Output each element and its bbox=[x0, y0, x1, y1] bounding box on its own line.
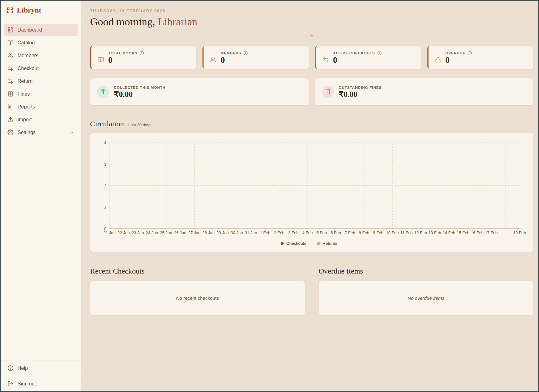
info-icon[interactable] bbox=[468, 51, 472, 55]
current-date: THURSDAY, 19 FEBRUARY 2026 bbox=[90, 9, 533, 13]
chart-plot-area bbox=[109, 143, 520, 229]
info-icon[interactable] bbox=[140, 51, 144, 55]
x-axis-tick: 3 Feb bbox=[288, 230, 298, 235]
sidebar-item-dashboard[interactable]: Dashboard bbox=[4, 24, 78, 36]
x-axis-tick: 16 Feb bbox=[471, 230, 483, 235]
sidebar-item-members[interactable]: Members bbox=[4, 49, 78, 62]
users-icon bbox=[210, 57, 216, 63]
arrows-left-right-icon bbox=[8, 78, 13, 84]
x-axis-tick: 17 Feb bbox=[485, 230, 497, 235]
stat-card-total-books: TOTAL BOOKS 0 bbox=[90, 46, 196, 69]
chart-x-axis: 21 Jan22 Jan23 Jan24 Jan25 Jan26 Jan27 J… bbox=[109, 230, 520, 239]
money-value: ₹0.00 bbox=[114, 90, 165, 98]
money-value: ₹0.00 bbox=[339, 90, 382, 98]
warning-triangle-icon bbox=[435, 57, 441, 63]
sidebar-item-label: Catalog bbox=[18, 40, 35, 46]
app-title: Librynt bbox=[17, 6, 41, 14]
sidebar: Librynt Dashboard Catalog Members Checko… bbox=[1, 1, 81, 391]
user-name: Librarian bbox=[158, 16, 197, 28]
sidebar-item-settings[interactable]: Settings bbox=[4, 126, 78, 138]
x-axis-tick: 26 Jan bbox=[174, 230, 186, 235]
returns-dot-icon bbox=[317, 242, 320, 245]
money-label: OUTSTANDING FINES bbox=[339, 86, 382, 89]
receipt-icon bbox=[322, 86, 334, 98]
x-axis-tick: 23 Jan bbox=[132, 230, 144, 235]
dashboard-icon bbox=[8, 27, 13, 33]
x-axis-tick: 31 Jan bbox=[245, 230, 257, 235]
x-axis-tick: 22 Jan bbox=[118, 230, 130, 235]
librynt-logo-icon bbox=[6, 7, 14, 14]
sidebar-item-return[interactable]: Return bbox=[4, 75, 78, 87]
x-axis-tick: 2 Feb bbox=[274, 230, 284, 235]
y-axis-tick: 2 bbox=[104, 183, 106, 188]
x-axis-tick: 4 Feb bbox=[302, 230, 313, 235]
x-axis-tick: 10 Feb bbox=[386, 230, 399, 235]
stat-label: ACTIVE CHECKOUTS bbox=[333, 51, 375, 55]
x-axis-tick: 27 Jan bbox=[188, 230, 201, 235]
arrows-left-right-icon bbox=[323, 57, 329, 63]
x-axis-tick: 19 Feb bbox=[513, 230, 526, 235]
sidebar-item-catalog[interactable]: Catalog bbox=[4, 37, 78, 49]
sign-out-button[interactable]: Sign out bbox=[1, 376, 81, 391]
x-axis-tick: 25 Jan bbox=[160, 230, 172, 235]
chart-legend: Checkouts Returns bbox=[98, 239, 520, 248]
help-label: Help bbox=[18, 365, 28, 371]
circulation-subtitle: Last 30 days bbox=[128, 123, 151, 127]
sidebar-item-checkout[interactable]: Checkout bbox=[4, 62, 78, 74]
info-icon[interactable] bbox=[243, 51, 248, 55]
sidebar-item-label: Reports bbox=[18, 104, 35, 110]
bottom-sections: Recent Checkouts No recent checkouts Ove… bbox=[90, 253, 533, 315]
sidebar-item-label: Checkout bbox=[18, 66, 39, 71]
x-axis-tick: 8 Feb bbox=[359, 230, 369, 235]
sidebar-item-label: Members bbox=[18, 53, 38, 58]
x-axis-tick: 29 Jan bbox=[216, 230, 229, 235]
stats-row: TOTAL BOOKS 0 MEMBERS 0 bbox=[90, 46, 533, 69]
collected-this-month-card: ₹ COLLECTED THIS MONTH ₹0.00 bbox=[90, 78, 309, 105]
checkouts-dot-icon bbox=[281, 242, 284, 245]
x-axis-tick: 24 Jan bbox=[146, 230, 158, 235]
bar-chart-icon bbox=[8, 104, 13, 110]
x-axis-tick: 14 Feb bbox=[443, 230, 455, 235]
x-axis-tick: 30 Jan bbox=[231, 230, 243, 235]
sidebar-item-fines[interactable]: Fines bbox=[4, 88, 78, 100]
sidebar-item-label: Import bbox=[18, 117, 32, 123]
circulation-title: Circulation bbox=[90, 120, 124, 128]
book-open-icon bbox=[8, 40, 13, 46]
x-axis-tick: 15 Feb bbox=[457, 230, 469, 235]
sign-out-label: Sign out bbox=[18, 381, 36, 387]
circulation-chart: 43210 21 Jan22 Jan23 Jan24 Jan25 Jan26 J… bbox=[90, 133, 533, 252]
diamond-ornament bbox=[310, 34, 313, 37]
help-button[interactable]: Help bbox=[1, 360, 81, 376]
stat-label: TOTAL BOOKS bbox=[108, 51, 137, 55]
chevron-down-icon bbox=[69, 130, 74, 135]
y-axis-tick: 3 bbox=[104, 162, 106, 166]
banknote-icon bbox=[8, 91, 13, 97]
sidebar-item-reports[interactable]: Reports bbox=[4, 101, 78, 113]
gear-icon bbox=[8, 129, 13, 135]
x-axis-tick: 12 Feb bbox=[414, 230, 427, 235]
sidebar-item-label: Settings bbox=[18, 130, 36, 135]
recent-checkouts-section: Recent Checkouts No recent checkouts bbox=[90, 253, 305, 315]
stat-card-overdue: OVERDUE 0 bbox=[427, 46, 533, 69]
rupee-icon: ₹ bbox=[97, 86, 109, 98]
overdue-items-section: Overdue Items No overdue items bbox=[319, 253, 534, 315]
stat-value: 0 bbox=[333, 56, 382, 64]
info-icon[interactable] bbox=[377, 51, 382, 55]
page-title: Good morning, Librarian bbox=[90, 16, 533, 28]
sidebar-nav: Dashboard Catalog Members Checkout Retur… bbox=[1, 20, 81, 142]
arrows-left-right-icon bbox=[8, 65, 13, 71]
x-axis-tick: 13 Feb bbox=[429, 230, 441, 235]
recent-checkouts-card: No recent checkouts bbox=[90, 281, 305, 315]
sidebar-item-label: Return bbox=[18, 78, 33, 84]
sidebar-item-import[interactable]: Import bbox=[4, 113, 78, 126]
stat-label: MEMBERS bbox=[221, 51, 241, 55]
upload-icon bbox=[8, 117, 13, 123]
book-open-icon bbox=[98, 57, 104, 63]
y-axis-tick: 4 bbox=[104, 140, 106, 145]
stat-value: 0 bbox=[108, 56, 144, 64]
help-circle-icon bbox=[8, 365, 13, 371]
circulation-header: Circulation Last 30 days bbox=[90, 120, 533, 128]
x-axis-tick: 28 Jan bbox=[202, 230, 215, 235]
log-out-icon bbox=[8, 381, 13, 387]
users-icon bbox=[8, 53, 13, 58]
